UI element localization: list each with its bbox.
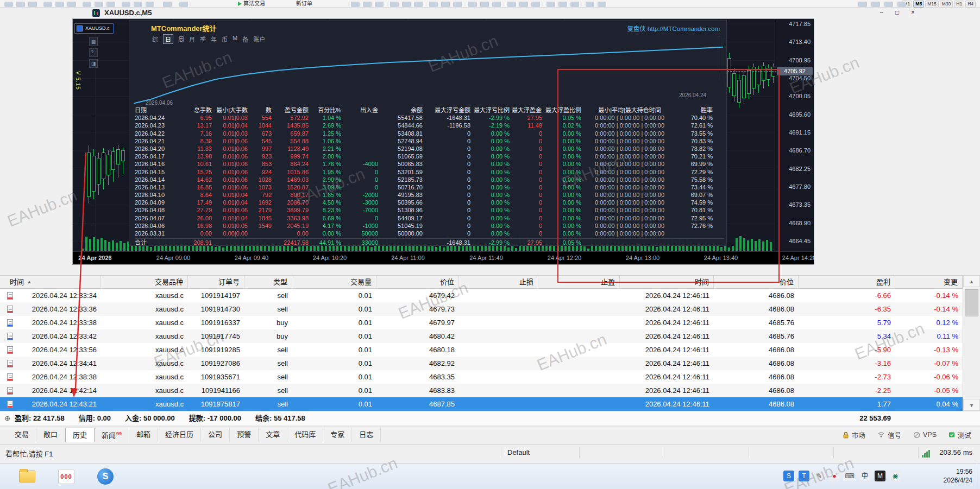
timeframe-m30[interactable]: M30 [940, 1, 953, 8]
timeframe-m15[interactable]: M15 [925, 1, 939, 8]
restore-button[interactable]: □ [889, 8, 905, 18]
stats-row[interactable]: 2026.04.246.950.01|0.03554572.921.04 %55… [135, 114, 724, 122]
stats-row[interactable]: 2026.04.1316.850.01|0.0610731520.873.09 … [135, 183, 724, 191]
stats-tab-备[interactable]: 备 [242, 35, 248, 44]
toolbar-icon[interactable] [884, 2, 893, 7]
profile-selector[interactable]: Default [507, 448, 530, 456]
show-desktop-button[interactable] [977, 463, 980, 489]
stats-tab-周[interactable]: 周 [178, 35, 184, 44]
tester-button[interactable]: 测试 [948, 430, 971, 440]
toolbar-icon[interactable] [67, 2, 76, 7]
stats-row[interactable]: 2026.04.108.640.01|0.04792800.171.65 %-2… [135, 191, 724, 199]
toolbar-icon[interactable] [55, 2, 64, 7]
stats-row[interactable]: 2026.04.1713.980.01|0.06923999.742.00 %5… [135, 153, 724, 160]
history-row[interactable]: 2026.04.24 12:34:41xauusd.c1091927086sel… [0, 357, 963, 370]
history-row[interactable]: 2026.04.24 12:33:42xauusd.c1091917745buy… [0, 329, 963, 343]
toolbar-icon[interactable] [122, 2, 130, 7]
history-scrollbar[interactable]: ▲ ▼ [963, 275, 980, 411]
toolbar-icon[interactable] [858, 2, 867, 7]
history-row[interactable]: 2026.04.24 12:43:21xauusd.c1091975817sel… [0, 397, 963, 411]
tray-icon-3[interactable]: ✎ [814, 471, 825, 481]
stats-row[interactable]: 2026.04.1414.620.01|0.0610281469.032.90 … [135, 176, 724, 183]
toolbar-icon[interactable] [546, 2, 555, 7]
stats-row[interactable]: 2026.03.310.000.00|0.000.000.00 %5000050… [135, 230, 724, 237]
vps-button[interactable]: VPS [913, 431, 937, 439]
stats-row[interactable]: 2026.04.0827.790.01|0.0621793899.798.23 … [135, 206, 724, 214]
tab-公司[interactable]: 公司 [201, 428, 230, 442]
toolbar-icon[interactable] [480, 2, 489, 7]
tab-专家[interactable]: 专家 [323, 428, 352, 442]
toolbar-icon[interactable] [106, 2, 115, 7]
new-order-button[interactable]: 新订单 [296, 0, 312, 7]
tray-icon-4[interactable]: ● [829, 471, 840, 481]
taskbar-folder-button[interactable] [16, 467, 38, 486]
tab-预警[interactable]: 预警 [230, 428, 259, 442]
toolbar-icon[interactable] [570, 2, 579, 7]
symbol-selector[interactable]: XAUUSD.c [74, 23, 114, 34]
toolbar-icon[interactable] [453, 2, 462, 7]
column-header-6[interactable]: 价位 [376, 276, 459, 288]
tab-文章[interactable]: 文章 [259, 428, 287, 442]
toolbar-icon[interactable] [897, 2, 906, 7]
tab-经济日历[interactable]: 经济日历 [158, 428, 201, 442]
panel-settings-icon[interactable]: ▦ [89, 37, 98, 46]
toolbar-icon[interactable] [363, 2, 372, 7]
tab-邮箱[interactable]: 邮箱 [129, 428, 158, 442]
minimize-button[interactable]: − [874, 8, 889, 18]
column-header-1[interactable]: 时间▲ [0, 276, 101, 288]
stats-row[interactable]: 2026.04.0616.980.01|0.0515492045.194.17 … [135, 222, 724, 230]
toolbar-icon[interactable] [441, 2, 450, 7]
toolbar-icon[interactable] [146, 2, 154, 7]
signals-button[interactable]: 信号 [877, 430, 901, 440]
toolbar-icon[interactable] [507, 2, 516, 7]
stats-tab-账户[interactable]: 账户 [253, 35, 265, 44]
toolbar-icon[interactable] [43, 2, 52, 7]
stats-row[interactable]: 2026.04.0726.000.01|0.0418453363.986.69 … [135, 214, 724, 222]
column-header-10[interactable]: 价位 [714, 276, 799, 288]
toolbar-icon[interactable] [468, 2, 477, 7]
toolbar-icon[interactable] [586, 2, 594, 7]
column-header-5[interactable]: 交易量 [292, 276, 376, 288]
stats-row[interactable]: 2026.04.2313.170.01|0.0410441435.852.69 … [135, 122, 724, 129]
toolbar-icon[interactable] [519, 2, 528, 7]
toolbar-icon[interactable] [375, 2, 384, 7]
tab-新闻[interactable]: 新闻99 [95, 427, 129, 443]
toolbar-icon[interactable] [28, 2, 37, 7]
stats-row[interactable]: 2026.04.1610.610.01|0.06853864.241.76 %-… [135, 160, 724, 168]
column-header-2[interactable]: 交易品种 [101, 276, 188, 288]
toolbar-icon[interactable] [83, 2, 91, 7]
tray-icon-2[interactable]: T [799, 471, 809, 481]
toolbar-icon[interactable] [163, 2, 172, 7]
tray-icon-6[interactable]: 中 [859, 471, 870, 481]
toolbar-icon[interactable] [492, 2, 501, 7]
toolbar-icon[interactable] [16, 2, 25, 7]
history-row[interactable]: 2026.04.24 12:33:34xauusd.c1091914197sel… [0, 289, 963, 302]
column-header-3[interactable]: 订单号 [188, 276, 244, 288]
stats-tab-综[interactable]: 综 [152, 35, 158, 44]
toolbar-icon[interactable] [351, 2, 360, 7]
timeframe-h1[interactable]: H1 [954, 1, 964, 8]
toolbar-icon[interactable] [429, 2, 438, 7]
panel-close-icon[interactable]: ◨ [89, 59, 98, 68]
history-row[interactable]: 2026.04.24 12:33:36xauusd.c1091914730sel… [0, 302, 963, 316]
stats-tab-月[interactable]: 月 [189, 35, 195, 44]
stats-tab-季[interactable]: 季 [200, 35, 206, 44]
tray-icon-7[interactable]: M [875, 471, 885, 481]
timeframe-m5[interactable]: M5 [913, 1, 924, 8]
toolbar-icon[interactable] [531, 2, 540, 7]
toolbar-icon[interactable] [598, 2, 606, 7]
tab-历史[interactable]: 历史 [65, 428, 95, 442]
tray-icon-1[interactable]: S [783, 471, 794, 481]
stats-row[interactable]: 2026.04.227.160.01|0.03673659.871.25 %53… [135, 130, 724, 137]
history-row[interactable]: 2026.04.24 12:33:38xauusd.c1091916337buy… [0, 316, 963, 329]
tab-日志[interactable]: 日志 [352, 428, 381, 442]
toolbar-icon[interactable] [4, 2, 13, 7]
stats-panel-brand-link[interactable]: 复盘侠 http://MTCommander.com [627, 24, 720, 33]
scroll-up-button[interactable]: ▲ [963, 275, 980, 287]
stats-row[interactable]: 2026.04.2011.330.01|0.069971128.492.21 %… [135, 145, 724, 153]
tab-敞口[interactable]: 敞口 [36, 428, 65, 442]
toolbar-icon[interactable] [558, 2, 567, 7]
stats-row[interactable]: 2026.04.218.390.01|0.06545554.881.06 %52… [135, 137, 724, 145]
toolbar-icon[interactable] [179, 2, 188, 7]
toolbar-icon[interactable] [871, 2, 880, 7]
